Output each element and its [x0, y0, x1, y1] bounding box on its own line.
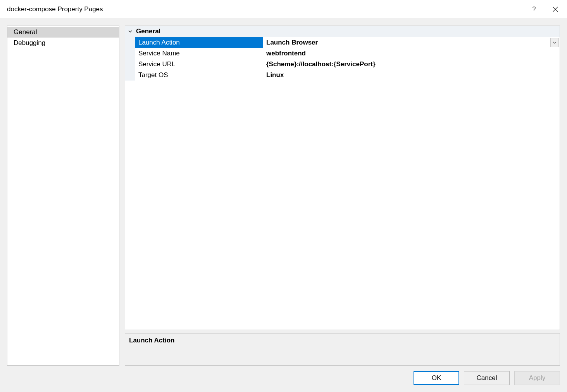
window-body: General Debugging General Launch Action … — [0, 19, 567, 392]
property-label: Target OS — [135, 70, 263, 81]
category-header[interactable]: General — [125, 26, 560, 37]
right-pane: General Launch Action Launch Browser Ser… — [125, 26, 560, 366]
property-row-service-url[interactable]: Service URL {Scheme}://localhost:{Servic… — [125, 59, 560, 70]
help-button[interactable]: ? — [524, 0, 544, 18]
property-label: Service Name — [135, 48, 263, 59]
apply-button: Apply — [514, 371, 560, 385]
close-icon — [553, 7, 558, 12]
sidebar: General Debugging — [7, 26, 119, 366]
panels: General Debugging General Launch Action … — [7, 26, 560, 366]
chevron-down-icon — [128, 29, 133, 34]
property-row-target-os[interactable]: Target OS Linux — [125, 70, 560, 81]
property-row-service-name[interactable]: Service Name webfrontend — [125, 48, 560, 59]
button-row: OK Cancel Apply — [7, 366, 560, 385]
sidebar-item-label: General — [14, 28, 37, 36]
property-label: Launch Action — [135, 37, 263, 48]
property-value[interactable]: {Scheme}://localhost:{ServicePort} — [263, 59, 560, 70]
sidebar-item-general[interactable]: General — [7, 27, 119, 38]
chevron-down-icon — [553, 41, 557, 45]
row-gutter — [125, 37, 135, 48]
description-pane: Launch Action — [125, 333, 560, 366]
property-value[interactable]: webfrontend — [263, 48, 560, 59]
ok-button[interactable]: OK — [414, 371, 459, 385]
row-gutter — [125, 70, 135, 81]
window-title: docker-compose Property Pages — [7, 5, 524, 13]
property-row-launch-action[interactable]: Launch Action Launch Browser — [125, 37, 560, 48]
row-gutter — [125, 48, 135, 59]
dropdown-button[interactable] — [550, 38, 559, 47]
titlebar-controls: ? — [524, 0, 567, 18]
property-grid: General Launch Action Launch Browser Ser… — [125, 26, 560, 330]
row-gutter — [125, 59, 135, 70]
cancel-button[interactable]: Cancel — [464, 371, 510, 385]
sidebar-item-label: Debugging — [14, 39, 45, 46]
category-label: General — [136, 28, 160, 35]
close-button[interactable] — [544, 0, 567, 18]
property-value[interactable]: Linux — [263, 70, 560, 81]
property-value[interactable]: Launch Browser — [263, 37, 550, 48]
description-title: Launch Action — [129, 337, 556, 344]
sidebar-item-debugging[interactable]: Debugging — [7, 38, 119, 48]
titlebar: docker-compose Property Pages ? — [0, 0, 567, 19]
property-label: Service URL — [135, 59, 263, 70]
